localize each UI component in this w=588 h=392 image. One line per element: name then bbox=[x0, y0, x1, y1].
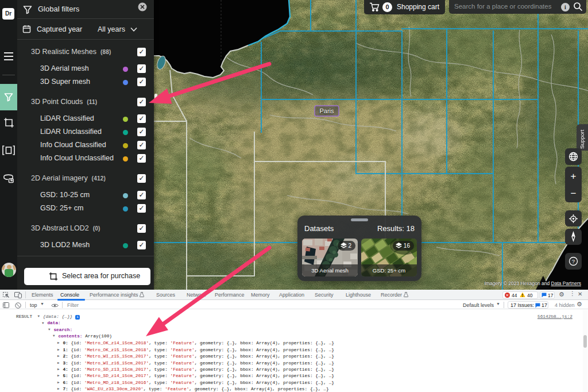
svg-text:?: ? bbox=[572, 258, 575, 264]
svg-text:Paris: Paris bbox=[319, 107, 334, 114]
